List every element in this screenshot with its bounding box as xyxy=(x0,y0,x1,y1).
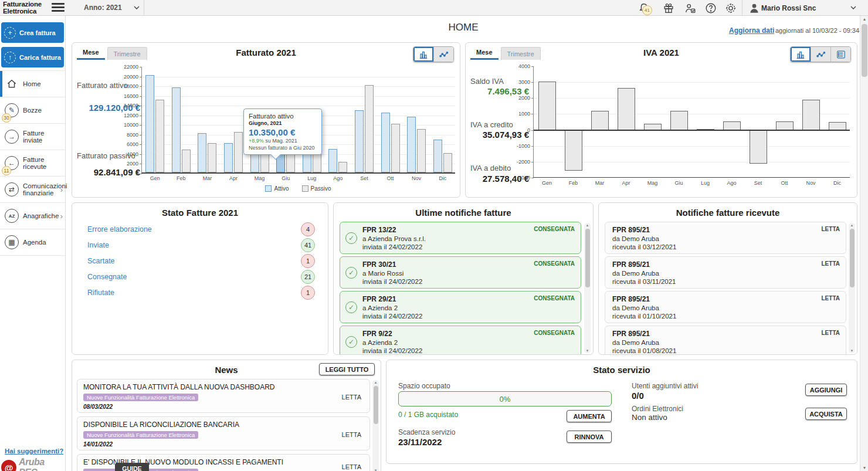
settings-gear-icon[interactable] xyxy=(724,2,738,15)
list-scrollbar[interactable]: ▲ ▼ xyxy=(372,380,379,471)
bar-attivo-Gen[interactable] xyxy=(145,75,154,172)
storage-info-text: 0 / 1 GB acquistato xyxy=(398,411,458,419)
y-tick-label: 14000 xyxy=(114,103,138,109)
bar-attivo-Feb[interactable] xyxy=(172,87,181,172)
upload-invoice-button[interactable]: ↑ Carica fattura xyxy=(1,47,64,67)
y-tick-label: 0 xyxy=(506,127,530,133)
suggestions-link[interactable]: Hai suggerimenti? xyxy=(5,448,63,455)
iva-bar-Ott[interactable] xyxy=(776,121,794,130)
x-tick-label: Giu xyxy=(273,175,299,181)
y-tick-mark xyxy=(140,106,142,106)
bar-passivo-Ago[interactable] xyxy=(338,162,347,172)
notifica-item[interactable]: ✓ FPR 13/22 a Azienda Prova s.r.l. invia… xyxy=(340,222,581,254)
table-view-button[interactable] xyxy=(830,47,850,62)
notifica-ricevuta-item[interactable]: FPR 895/21 da Demo Aruba ricevuta il 01/… xyxy=(605,291,846,323)
iva-bar-Giu[interactable] xyxy=(670,111,688,130)
iva-bar-Feb[interactable] xyxy=(565,130,582,171)
chevron-down-icon[interactable] xyxy=(133,4,141,11)
news-item[interactable]: DISPONIBILE LA RICONCILIAZIONE BANCARIA … xyxy=(77,416,370,450)
news-list: MONITORA LA TUA ATTIVITÀ DALLA NUOVA DAS… xyxy=(77,379,370,471)
bar-passivo-Dic[interactable] xyxy=(443,153,452,172)
bar-passivo-Nov[interactable] xyxy=(417,129,426,172)
aumenta-button[interactable]: AUMENTA xyxy=(567,410,612,422)
notifica-ricevuta-item[interactable]: FPR 895/21 da Demo Aruba ricevuta il 03/… xyxy=(605,256,846,289)
sidebar-item-home[interactable]: Home xyxy=(0,71,65,97)
notifica-ricevuta-item[interactable]: FPR 895/21 da Demo Aruba ricevuta il 03/… xyxy=(605,222,846,254)
count-badge: 1 xyxy=(301,254,315,268)
aggiungi-button[interactable]: AGGIUNGI xyxy=(805,384,847,396)
year-dropdown[interactable]: Anno: 2021 xyxy=(84,4,122,12)
read-all-news-button[interactable]: LEGGI TUTTO xyxy=(319,363,375,375)
help-icon[interactable] xyxy=(704,2,718,15)
bar-chart-view-button[interactable] xyxy=(413,47,433,62)
bar-passivo-Mar[interactable] xyxy=(208,143,216,172)
sidebar-item-fatture-ricevute[interactable]: ← 11 Fatture ricevute xyxy=(0,150,65,177)
sidebar-item-agenda[interactable]: ▦ Agenda xyxy=(0,229,65,256)
rinnova-button[interactable]: RINNOVA xyxy=(567,431,612,443)
notifica-ricevuta-item[interactable]: FPR 895/21 da Demo Aruba ricevuta il 01/… xyxy=(605,326,846,354)
iva-bar-Nov[interactable] xyxy=(802,100,820,130)
sidebar-item-comunicazioni[interactable]: ⇄ Comunicazioni finanziarie › xyxy=(0,177,65,203)
stato-link[interactable]: Consegnate xyxy=(87,273,127,281)
bar-passivo-Gen[interactable] xyxy=(155,100,164,172)
iva-bar-Ago[interactable] xyxy=(723,121,741,130)
bar-attivo-Dic[interactable] xyxy=(433,140,442,172)
stato-link[interactable]: Scartate xyxy=(87,257,115,265)
bar-attivo-Apr[interactable] xyxy=(224,143,233,172)
iva-bar-Dic[interactable] xyxy=(829,122,846,130)
menu-icon[interactable] xyxy=(52,3,65,13)
notifications-count-badge[interactable]: 41 xyxy=(642,5,652,15)
stato-link[interactable]: Rifiutate xyxy=(87,289,114,297)
list-scrollbar[interactable]: ▲ ▼ xyxy=(849,223,855,353)
acquista-button[interactable]: ACQUISTA xyxy=(805,408,847,420)
create-invoice-button[interactable]: + Crea fattura xyxy=(1,22,64,43)
accountant-icon[interactable] xyxy=(683,2,697,15)
bar-attivo-Ago[interactable] xyxy=(328,149,337,172)
x-tick-label: Mar xyxy=(586,180,613,186)
bar-passivo-Feb[interactable] xyxy=(182,150,191,172)
refresh-data-link[interactable]: Aggiorna dati xyxy=(729,26,774,35)
iva-bar-Set[interactable] xyxy=(750,130,767,164)
list-scrollbar[interactable]: ▲ ▼ xyxy=(584,223,591,353)
chevron-down-icon[interactable] xyxy=(849,4,857,11)
page-scrollbar[interactable]: ▲ ▼ xyxy=(860,16,868,471)
line-chart-view-button[interactable] xyxy=(433,47,453,62)
sidebar-item-anagrafiche[interactable]: AZ Anagrafiche › xyxy=(0,203,65,229)
news-item[interactable]: MONITORA LA TUA ATTIVITÀ DALLA NUOVA DAS… xyxy=(77,379,370,413)
guide-button[interactable]: GUIDE xyxy=(115,463,149,471)
bar-passivo-Giu[interactable] xyxy=(286,153,295,172)
status-badge: CONSEGNATA xyxy=(534,295,575,301)
y-tick-label: 22000 xyxy=(114,64,138,70)
invoice-party: a Azienda Prova s.r.l. xyxy=(362,235,575,242)
stato-link[interactable]: Inviate xyxy=(87,241,109,249)
calendar-icon: ▦ xyxy=(5,235,19,249)
bar-passivo-Set[interactable] xyxy=(365,85,374,172)
y-tick-label: 20000 xyxy=(114,74,138,80)
line-chart-view-button[interactable] xyxy=(811,47,830,62)
notifica-item[interactable]: ✓ FPR 9/22 a Azienda 2 inviata il 24/02/… xyxy=(340,326,581,354)
sidebar-item-fatture-inviate[interactable]: → Fatture inviate xyxy=(0,124,65,150)
x-tick-label: Ott xyxy=(771,180,798,186)
notifica-item[interactable]: ✓ FPR 29/21 a Azienda 2 inviata il 24/02… xyxy=(340,291,581,323)
invoice-party: da Demo Aruba xyxy=(612,270,840,277)
stato-link[interactable]: Errore elaborazione xyxy=(87,225,152,233)
iva-bar-Apr[interactable] xyxy=(618,88,635,130)
bar-attivo-Mar[interactable] xyxy=(198,133,206,172)
bar-attivo-Set[interactable] xyxy=(355,110,364,172)
bar-attivo-Ott[interactable] xyxy=(381,113,390,172)
account-name[interactable]: Mario Rossi Snc xyxy=(761,4,816,12)
notifica-item[interactable]: ✓ FPR 30/21 a Mario Rossi inviata il 24/… xyxy=(340,256,581,289)
user-avatar[interactable] xyxy=(748,2,760,14)
app-root: Fatturazione Elettronica Anno: 2021 41 M… xyxy=(0,0,868,471)
bar-chart-view-button[interactable] xyxy=(791,47,811,62)
iva-bar-Gen[interactable] xyxy=(538,82,556,130)
gift-promotions-icon[interactable] xyxy=(662,2,676,15)
y-tick-label: -1000 xyxy=(506,143,530,149)
bar-passivo-Ott[interactable] xyxy=(391,124,400,172)
iva-bar-Mar[interactable] xyxy=(591,111,609,130)
gridline xyxy=(142,96,455,97)
bar-attivo-Nov[interactable] xyxy=(407,117,416,172)
sidebar-item-bozze[interactable]: ✎ 30 Bozze xyxy=(0,97,65,124)
bar-passivo-Apr[interactable] xyxy=(234,132,243,172)
sidebar-item-label: Home xyxy=(23,80,41,87)
